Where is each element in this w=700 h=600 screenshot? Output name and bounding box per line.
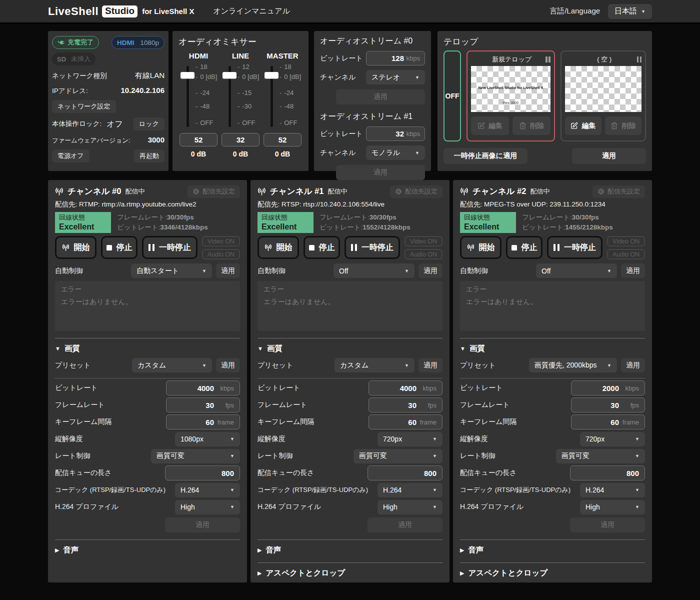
pause-button[interactable]: 一時停止 xyxy=(547,236,602,259)
telop-off-button[interactable]: OFF xyxy=(444,50,461,142)
audio-bitrate-input[interactable]: 128 kbps xyxy=(366,51,425,66)
start-button[interactable]: 開始 xyxy=(258,236,299,259)
framerate-input[interactable]: 30fps xyxy=(571,398,645,412)
audio-on-toggle[interactable]: Audio ON xyxy=(202,249,240,260)
power-off-button[interactable]: 電源オフ xyxy=(52,150,90,162)
stop-button[interactable]: 停止 xyxy=(506,236,542,259)
pause-icon[interactable] xyxy=(546,56,550,62)
preset-select[interactable]: カスタム▼ xyxy=(334,358,414,372)
language-select[interactable]: 日本語 ▼ xyxy=(608,4,652,19)
chevron-down-icon: ▼ xyxy=(432,504,437,510)
preset-apply-button[interactable]: 適用 xyxy=(216,358,240,372)
preset-select[interactable]: カスタム▼ xyxy=(132,358,212,372)
codec-select[interactable]: H.264▼ xyxy=(378,483,442,498)
channel-panel-2: チャンネル #2 配信中 配信先設定 配信先: MPEG-TS over UDP… xyxy=(453,180,652,582)
destination-settings-button[interactable]: 配信先設定 xyxy=(390,186,442,198)
preset-select[interactable]: 画質優先, 2000kbps▼ xyxy=(529,358,617,372)
bitrate-input[interactable]: 4000kbps xyxy=(368,380,442,396)
framerate-input[interactable]: 30fps xyxy=(166,398,240,412)
keyframe-input[interactable]: 60frame xyxy=(166,414,240,430)
telop-edit-button[interactable]: 編集 xyxy=(565,116,602,135)
fader-handle[interactable] xyxy=(264,72,278,78)
telop-card-active[interactable]: 新規テロップ New LiveShell Studio for LiveShel… xyxy=(466,50,555,142)
queue-length-input[interactable]: 800 xyxy=(368,466,442,480)
rate-control-select[interactable]: 画質可変▼ xyxy=(354,449,442,464)
auto-apply-button[interactable]: 適用 xyxy=(621,264,645,278)
preset-apply-button[interactable]: 適用 xyxy=(418,358,442,372)
framerate-input[interactable]: 30fps xyxy=(368,398,442,412)
master-fader[interactable]: 18 0 [dB] -24 -48 OFF xyxy=(262,64,302,130)
audio-bitrate-input[interactable]: 32 kbps xyxy=(366,126,425,141)
quality-section-toggle[interactable]: ▼ 画質 xyxy=(460,343,645,354)
quality-apply-button[interactable]: 適用 xyxy=(570,518,645,532)
video-on-toggle[interactable]: Video ON xyxy=(607,236,645,246)
apply-to-pause-image-button[interactable]: 一時停止画像に適用 xyxy=(444,148,528,164)
aspect-section-toggle[interactable]: ▶ アスペクトとクロップ xyxy=(460,568,645,578)
auto-control-select[interactable]: Off▼ xyxy=(334,264,414,278)
stop-button[interactable]: 停止 xyxy=(304,236,340,259)
h264-profile-select[interactable]: High▼ xyxy=(175,500,240,514)
line-fader[interactable]: 12 0 [dB] -15 -30 OFF xyxy=(220,64,260,130)
destination-settings-button[interactable]: 配信先設定 xyxy=(188,186,240,198)
quality-apply-button[interactable]: 適用 xyxy=(368,518,442,532)
audio-on-toggle[interactable]: Audio ON xyxy=(607,249,645,260)
fader-handle[interactable] xyxy=(180,72,194,78)
auto-apply-button[interactable]: 適用 xyxy=(216,264,240,278)
codec-select[interactable]: H.264▼ xyxy=(175,483,240,498)
queue-length-input[interactable]: 800 xyxy=(570,466,645,480)
network-settings-button[interactable]: ネットワーク設定 xyxy=(52,100,116,113)
channel-mode-select[interactable]: ステレオ ▼ xyxy=(366,70,425,84)
online-manual-link[interactable]: オンラインマニュアル xyxy=(213,6,290,16)
quality-section-toggle[interactable]: ▼ 画質 xyxy=(55,343,240,354)
quality-apply-button[interactable]: 適用 xyxy=(165,518,240,532)
audio-section-toggle[interactable]: ▶ 音声 xyxy=(460,544,645,556)
vertical-resolution-select[interactable]: 720px▼ xyxy=(378,432,442,446)
pause-button[interactable]: 一時停止 xyxy=(344,236,400,259)
start-button[interactable]: 開始 xyxy=(460,236,502,259)
destination-url: 配信先: MPEG-TS over UDP: 239.11.250.0:1234 xyxy=(460,200,645,210)
pause-button[interactable]: 一時停止 xyxy=(142,236,198,259)
telop-delete-button[interactable]: 削除 xyxy=(605,116,642,135)
reboot-button[interactable]: 再起動 xyxy=(134,150,164,162)
telop-edit-button[interactable]: 編集 xyxy=(471,116,509,135)
keyframe-input[interactable]: 60frame xyxy=(368,414,442,430)
aspect-section-toggle[interactable]: ▶ アスペクトとクロップ xyxy=(258,568,442,578)
stop-button[interactable]: 停止 xyxy=(101,236,138,259)
master-level-input[interactable]: 52 xyxy=(264,133,302,146)
h264-profile-select[interactable]: High▼ xyxy=(378,500,442,514)
video-on-toggle[interactable]: Video ON xyxy=(404,236,442,246)
channel-mode-select[interactable]: モノラル ▼ xyxy=(366,146,425,160)
video-on-toggle[interactable]: Video ON xyxy=(202,236,240,246)
audio-section-toggle[interactable]: ▶ 音声 xyxy=(55,544,240,556)
rate-control-select[interactable]: 画質可変▼ xyxy=(151,449,240,464)
vertical-resolution-select[interactable]: 1080px▼ xyxy=(175,432,240,446)
audio-on-toggle[interactable]: Audio ON xyxy=(404,249,442,260)
line-level-input[interactable]: 32 xyxy=(222,133,260,146)
telop-apply-button[interactable]: 適用 xyxy=(572,148,646,164)
quality-section-toggle[interactable]: ▼ 画質 xyxy=(258,343,442,354)
lock-button[interactable]: ロック xyxy=(134,118,164,130)
vertical-resolution-select[interactable]: 720px▼ xyxy=(580,432,645,446)
audio-stream-apply-button[interactable]: 適用 xyxy=(336,90,425,104)
telop-delete-button[interactable]: 削除 xyxy=(512,116,550,135)
start-button[interactable]: 開始 xyxy=(55,236,96,259)
bitrate-input[interactable]: 2000kbps xyxy=(571,380,645,396)
auto-apply-button[interactable]: 適用 xyxy=(418,264,442,278)
keyframe-input[interactable]: 60frame xyxy=(571,414,645,430)
audio-stream-apply-button[interactable]: 適用 xyxy=(336,165,425,180)
pause-icon[interactable] xyxy=(637,56,642,62)
bitrate-input[interactable]: 4000kbps xyxy=(166,380,240,396)
auto-control-select[interactable]: Off▼ xyxy=(536,264,617,278)
codec-select[interactable]: H.264▼ xyxy=(580,483,645,498)
preset-apply-button[interactable]: 適用 xyxy=(621,358,645,372)
h264-profile-select[interactable]: High▼ xyxy=(580,500,645,514)
queue-length-input[interactable]: 800 xyxy=(165,466,240,480)
hdmi-fader[interactable]: 18 0 [dB] -24 -48 OFF xyxy=(178,64,218,130)
auto-control-select[interactable]: 自動スタート▼ xyxy=(131,264,212,278)
rate-control-select[interactable]: 画質可変▼ xyxy=(556,449,645,464)
hdmi-level-input[interactable]: 52 xyxy=(180,133,218,146)
fader-handle[interactable] xyxy=(222,72,236,78)
destination-settings-button[interactable]: 配信先設定 xyxy=(592,186,645,198)
telop-card-empty[interactable]: ( 空 ) 編集 xyxy=(560,50,646,142)
audio-section-toggle[interactable]: ▶ 音声 xyxy=(258,544,442,556)
